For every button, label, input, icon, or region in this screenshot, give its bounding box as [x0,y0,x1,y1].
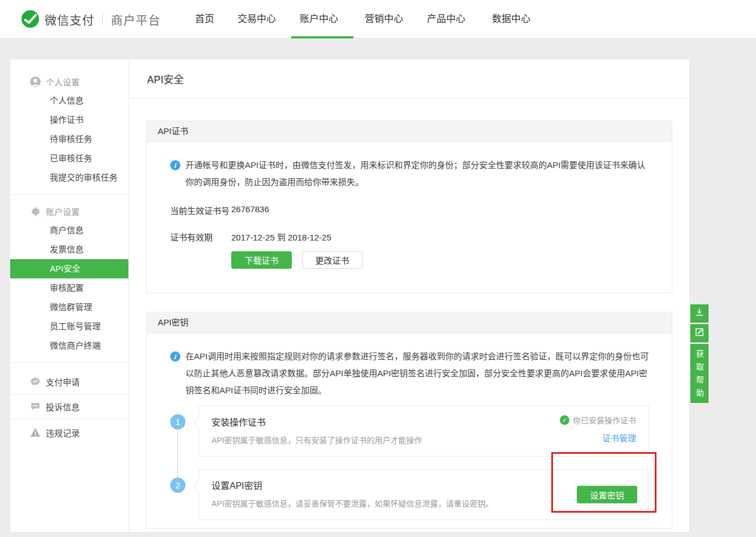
sidebar-section-title: 个人设置 [46,76,80,88]
sidebar-section-title: 账户设置 [46,205,80,217]
api-key-info-row: i 在API调用时用来按照指定规则对你的请求参数进行签名，服务器收到你的请求时会… [170,348,649,399]
download-tool-button[interactable] [690,304,709,323]
info-icon: i [170,160,180,170]
api-certificate-card-title: API证书 [146,121,672,142]
api-certificate-card: API证书 i 开通帐号和更换API证书时，由微信支付签发，用来标识和界定你的身… [146,121,672,293]
step-install-certificate: 1 安装操作证书 API密钥属于敏感信息，只有安装了操作证书的用户才能操作 ✓ … [170,406,649,457]
sidebar-item-staff-account[interactable]: 员工账号管理 [10,317,128,336]
certificate-info-row: i 开通帐号和更换API证书时，由微信支付签发，用来标识和界定你的身份；部分安全… [170,157,649,191]
sidebar-item-review-config[interactable]: 审核配置 [10,278,128,298]
step-2-description: API密钥属于敏感信息，请妥善保管不要泄露，如果怀疑信息泄露，请重设密钥。 [211,497,636,509]
logo-separator [102,13,103,25]
api-key-card: API密钥 i 在API调用时用来按照指定规则对你的请求参数进行签名，服务器收到… [146,312,672,529]
sidebar-item-wechat-terminal[interactable]: 微信商户终端 [10,336,128,355]
sidebar-link-payment-application[interactable]: 支付申请 [10,370,128,394]
sidebar-divider [10,362,128,363]
cert-number-label: 当前生效证书号 [170,204,231,216]
chat-bubble-icon [29,401,41,413]
api-certificate-card-body: i 开通帐号和更换API证书时，由微信支付签发，用来标识和界定你的身份；部分安全… [146,142,672,293]
sidebar-head-account: 账户设置 [10,201,128,221]
sidebar-item-reviewed[interactable]: 已审核任务 [10,149,128,168]
sidebar: 个人设置 个人信息 操作证书 待审核任务 已审核任务 我提交的审核任务 账户设置… [10,59,129,532]
active-nav-underline [291,36,353,38]
page-title: API安全 [147,71,184,86]
cert-validity-label: 证书有效期 [170,231,231,243]
sidebar-item-operation-cert[interactable]: 操作证书 [10,110,128,130]
logo[interactable]: 微信支付 商户平台 [21,10,161,28]
info-icon: i [170,351,180,362]
floating-toolbar: 获取帮助 [690,304,709,403]
change-certificate-button[interactable]: 更改证书 [302,251,362,269]
certificate-info-text: 开通帐号和更换API证书时，由微信支付签发，用来标识和界定你的身份；部分安全性要… [185,157,649,191]
cert-validity-value: 2017-12-25 到 2018-12-25 [231,231,331,243]
step-1-box: 安装操作证书 API密钥属于敏感信息，只有安装了操作证书的用户才能操作 ✓ 你已… [198,406,649,457]
certificate-management-link[interactable]: 证书管理 [602,432,636,444]
status-line: ✓ 你已安装操作证书 [560,414,636,426]
cert-number-row: 当前生效证书号 26767836 [170,204,649,216]
cards-area: API证书 i 开通帐号和更换API证书时，由微信支付签发，用来标识和界定你的身… [129,98,689,529]
wechat-pay-merchant-platform: 微信支付 商户平台 首页 交易中心 账户中心 营销中心 产品中心 数据中心 个人… [0,0,756,537]
content-wrapper: 个人设置 个人信息 操作证书 待审核任务 已审核任务 我提交的审核任务 账户设置… [10,59,689,532]
sidebar-item-api-security[interactable]: API安全 [10,259,128,278]
warning-icon [29,427,41,438]
sidebar-item-pending-review[interactable]: 待审核任务 [10,130,128,149]
nav-marketing-center[interactable]: 营销中心 [365,0,403,38]
sidebar-link-label: 违规记录 [46,427,80,439]
nav-data-center[interactable]: 数据中心 [492,0,530,38]
sidebar-head-personal: 个人设置 [10,72,128,91]
download-icon [694,307,705,320]
cert-number-value: 26767836 [231,204,269,216]
sidebar-item-merchant-info[interactable]: 商户信息 [10,221,128,240]
sidebar-section-personal: 个人设置 个人信息 操作证书 待审核任务 已审核任务 我提交的审核任务 [10,72,128,187]
nav-home[interactable]: 首页 [195,0,214,38]
sidebar-link-violation-record[interactable]: 违规记录 [10,419,128,445]
sidebar-divider [10,194,128,195]
edit-icon [694,327,705,340]
sidebar-item-my-submitted-review[interactable]: 我提交的审核任务 [10,168,128,187]
step-set-api-key: 2 设置API密钥 API密钥属于敏感信息，请妥善保管不要泄露，如果怀疑信息泄露… [170,469,649,520]
step-2-box: 设置API密钥 API密钥属于敏感信息，请妥善保管不要泄露，如果怀疑信息泄露，请… [198,469,649,520]
set-key-button[interactable]: 设置密钥 [577,486,637,504]
cert-validity-row: 证书有效期 2017-12-25 到 2018-12-25 [170,231,649,243]
get-help-button[interactable]: 获取帮助 [690,344,709,403]
sidebar-item-invoice-info[interactable]: 发票信息 [10,240,128,259]
sidebar-item-wechat-group[interactable]: 微信群管理 [10,298,128,317]
person-icon [29,76,41,87]
download-certificate-button[interactable]: 下载证书 [231,251,292,269]
feedback-tool-button[interactable] [690,324,709,342]
certificate-buttons: 下载证书 更改证书 [170,251,649,269]
sidebar-link-complaint-info[interactable]: 投诉信息 [10,394,128,419]
page-header: API安全 [129,59,689,98]
api-key-steps: 1 安装操作证书 API密钥属于敏感信息，只有安装了操作证书的用户才能操作 ✓ … [170,406,649,520]
brand-name: 微信支付 [45,11,94,28]
product-name: 商户平台 [111,11,161,28]
step-2-title: 设置API密钥 [211,478,636,492]
api-key-card-body: i 在API调用时用来按照指定规则对你的请求参数进行签名，服务器收到你的请求时会… [146,333,672,528]
sidebar-item-personal-info[interactable]: 个人信息 [10,91,128,110]
nav-product-center[interactable]: 产品中心 [427,0,465,38]
step-1-status-area: ✓ 你已安装操作证书 证书管理 [560,414,636,444]
sidebar-section-account: 账户设置 商户信息 发票信息 API安全 审核配置 微信群管理 员工账号管理 微… [10,201,128,355]
install-status-text: 你已安装操作证书 [573,414,636,426]
sidebar-link-label: 支付申请 [46,376,80,388]
step-1-badge: 1 [170,414,185,429]
chat-check-icon [29,376,41,388]
nav-account-center[interactable]: 账户中心 [300,0,338,38]
nav-transaction-center[interactable]: 交易中心 [237,0,276,38]
check-circle-icon: ✓ [560,415,569,425]
main-content: API安全 API证书 i 开通帐号和更换API证书时，由微信支付签发，用来标识… [129,59,689,532]
sidebar-link-label: 投诉信息 [46,401,80,413]
wechat-pay-logo-icon [21,10,39,28]
api-key-card-title: API密钥 [146,312,672,333]
api-key-info-text: 在API调用时用来按照指定规则对你的请求参数进行签名，服务器收到你的请求时会进行… [185,348,649,399]
top-header: 微信支付 商户平台 首页 交易中心 账户中心 营销中心 产品中心 数据中心 [0,0,756,38]
step-2-badge: 2 [170,478,185,493]
gear-icon [29,205,41,217]
